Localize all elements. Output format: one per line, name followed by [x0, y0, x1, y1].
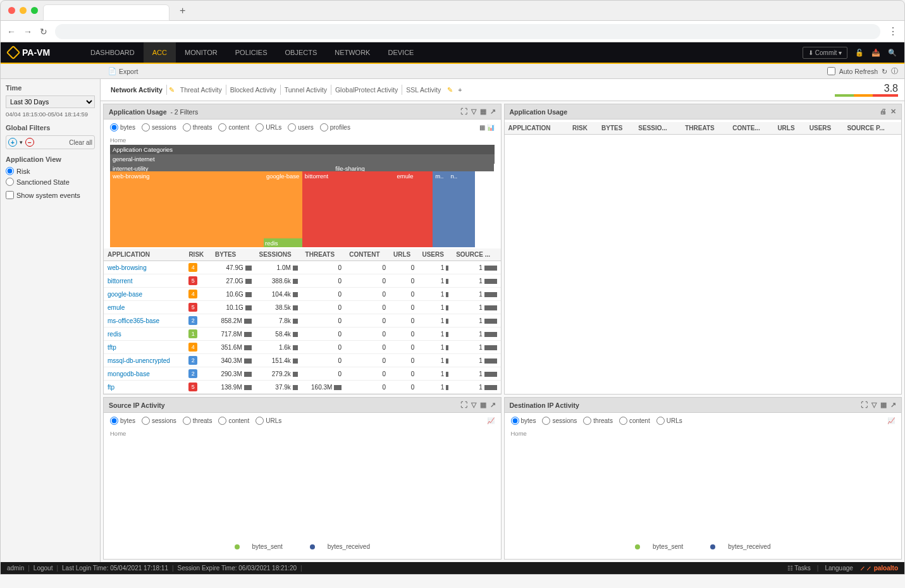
- address-bar[interactable]: [55, 24, 880, 39]
- column-header[interactable]: THREATS: [302, 248, 346, 261]
- radio-content[interactable]: content: [218, 417, 249, 425]
- radio-threats[interactable]: threats: [583, 417, 613, 425]
- column-header[interactable]: URLS: [390, 248, 418, 261]
- print-icon[interactable]: 🖨: [880, 107, 887, 116]
- app-link[interactable]: tftp: [104, 341, 185, 354]
- radio-threats[interactable]: threats: [183, 123, 212, 132]
- language-link[interactable]: Language: [825, 565, 853, 572]
- column-header[interactable]: SESSIONS: [255, 248, 302, 261]
- refresh-icon[interactable]: ↻: [882, 68, 887, 75]
- nav-tab-objects[interactable]: OBJECTS: [276, 42, 326, 63]
- treemap-cell[interactable]: google-baseredis: [264, 171, 302, 247]
- column-header[interactable]: APPLICATION: [104, 248, 185, 261]
- table-row[interactable]: redis1717.8M 58.4k 0001 1: [104, 328, 501, 341]
- maximize-icon[interactable]: ⛶: [460, 401, 467, 409]
- minimize-window-icon[interactable]: [20, 7, 27, 14]
- app-link[interactable]: bittorrent: [104, 274, 185, 288]
- edit-icon[interactable]: ✎: [167, 86, 176, 94]
- sanctioned-radio[interactable]: Sanctioned State: [6, 178, 95, 186]
- radio-URLs[interactable]: URLs: [255, 417, 281, 425]
- nav-tab-network[interactable]: NETWORK: [326, 42, 379, 63]
- radio-users[interactable]: users: [288, 123, 313, 132]
- radio-content[interactable]: content: [218, 123, 249, 132]
- treemap-cell[interactable]: redis: [264, 238, 302, 247]
- app-link[interactable]: google-base: [104, 288, 185, 301]
- app-link[interactable]: ftp: [104, 381, 185, 394]
- sub-tab-globalprotect-activity[interactable]: GlobalProtect Activity: [331, 85, 402, 95]
- close-icon[interactable]: ✕: [890, 107, 896, 116]
- treemap-cell[interactable]: web-browsing: [110, 171, 264, 247]
- app-link[interactable]: mongodb-base: [104, 367, 185, 381]
- nav-tab-acc[interactable]: ACC: [144, 42, 176, 63]
- browser-menu-icon[interactable]: ⋮: [888, 25, 898, 37]
- risk-radio[interactable]: Risk: [6, 167, 95, 175]
- table-row[interactable]: ftp5138.9M 37.9k 160.3M 001 1: [104, 381, 501, 394]
- filter-icon[interactable]: ▽: [871, 401, 877, 409]
- new-tab-button[interactable]: +: [180, 5, 185, 16]
- dest-ip-chart[interactable]: bytes_sent bytes_received: [505, 438, 902, 556]
- column-header[interactable]: CONTE...: [729, 122, 773, 135]
- browser-tab[interactable]: [43, 4, 169, 21]
- treemap-cell[interactable]: [464, 171, 475, 247]
- logout-link[interactable]: Logout: [34, 565, 53, 572]
- maximize-window-icon[interactable]: [31, 7, 38, 14]
- column-header[interactable]: USERS: [806, 122, 844, 135]
- breadcrumb[interactable]: Home: [505, 429, 902, 438]
- column-header[interactable]: SOURCE ...: [452, 248, 500, 261]
- chart-toggle-icon[interactable]: 📈: [887, 417, 895, 424]
- nav-tab-monitor[interactable]: MONITOR: [176, 42, 226, 63]
- chart-icon[interactable]: 📊: [487, 124, 495, 131]
- filter-icon[interactable]: ▽: [471, 107, 476, 116]
- maximize-icon[interactable]: ⛶: [861, 401, 868, 409]
- radio-sessions[interactable]: sessions: [542, 417, 577, 425]
- treemap-category[interactable]: file-sharing: [333, 164, 455, 171]
- treemap-cell[interactable]: bittorrent: [302, 171, 395, 247]
- column-header[interactable]: USERS: [418, 248, 452, 261]
- sub-tab-tunnel-activity[interactable]: Tunnel Activity: [281, 85, 331, 95]
- breadcrumb[interactable]: Home: [104, 135, 501, 145]
- table-row[interactable]: mongodb-base2290.3M 279.2k 0001 1: [104, 367, 501, 381]
- grid-icon[interactable]: ▦: [480, 107, 486, 116]
- column-header[interactable]: RISK: [185, 248, 211, 261]
- radio-bytes[interactable]: bytes: [110, 417, 135, 425]
- sub-tab-threat-activity[interactable]: Threat Activity: [176, 85, 226, 95]
- auto-refresh-checkbox[interactable]: [827, 67, 835, 75]
- back-button[interactable]: ←: [7, 27, 16, 37]
- grid-icon[interactable]: ▦: [480, 401, 486, 409]
- table-row[interactable]: bittorrent527.0G 388.6k 0001 1: [104, 274, 501, 288]
- app-link[interactable]: emule: [104, 301, 185, 314]
- help-icon[interactable]: ⓘ: [891, 67, 898, 76]
- column-header[interactable]: THREATS: [681, 122, 729, 135]
- time-range-select[interactable]: Last 30 Days: [6, 95, 95, 108]
- sub-tab-network-activity[interactable]: Network Activity: [107, 85, 167, 95]
- grid-icon[interactable]: ▦: [880, 401, 887, 409]
- forward-button[interactable]: →: [23, 27, 32, 37]
- table-row[interactable]: ms-office365-base2858.2M 7.8k 0001 1: [104, 314, 501, 328]
- popout-icon[interactable]: ↗: [490, 401, 496, 409]
- table-row[interactable]: tftp4351.6M 1.6k 0001 1: [104, 341, 501, 354]
- source-ip-chart[interactable]: bytes_sent bytes_received: [104, 438, 501, 556]
- nav-tab-policies[interactable]: POLICIES: [226, 42, 276, 63]
- sub-tab-blocked-activity[interactable]: Blocked Activity: [226, 85, 281, 95]
- app-link[interactable]: ms-office365-base: [104, 314, 185, 328]
- filter-icon[interactable]: ▽: [471, 401, 476, 409]
- chart-toggle-icon[interactable]: 📈: [487, 417, 495, 424]
- radio-threats[interactable]: threats: [183, 417, 212, 425]
- add-filter-button[interactable]: +: [8, 138, 17, 147]
- table-row[interactable]: mssql-db-unencrypted2340.3M 151.4k 0001 …: [104, 354, 501, 367]
- treemap-category[interactable]: internet-utility: [110, 164, 264, 171]
- column-header[interactable]: SOURCE P...: [843, 122, 901, 135]
- column-header[interactable]: BYTES: [211, 248, 255, 261]
- nav-tab-dashboard[interactable]: DASHBOARD: [82, 42, 144, 63]
- treemap-cell[interactable]: m..: [433, 171, 448, 247]
- maximize-icon[interactable]: ⛶: [460, 107, 467, 116]
- edit-tabs-icon[interactable]: ✎: [447, 86, 453, 94]
- radio-profiles[interactable]: profiles: [320, 123, 350, 132]
- radio-URLs[interactable]: URLs: [656, 417, 682, 425]
- table-icon[interactable]: ▦: [479, 124, 485, 131]
- close-window-icon[interactable]: [8, 7, 15, 14]
- radio-sessions[interactable]: sessions: [142, 123, 176, 132]
- table-row[interactable]: google-base410.6G 104.4k 0001 1: [104, 288, 501, 301]
- table-row[interactable]: emule510.1G 38.5k 0001 1: [104, 301, 501, 314]
- export-button[interactable]: 📄 Export: [108, 67, 138, 75]
